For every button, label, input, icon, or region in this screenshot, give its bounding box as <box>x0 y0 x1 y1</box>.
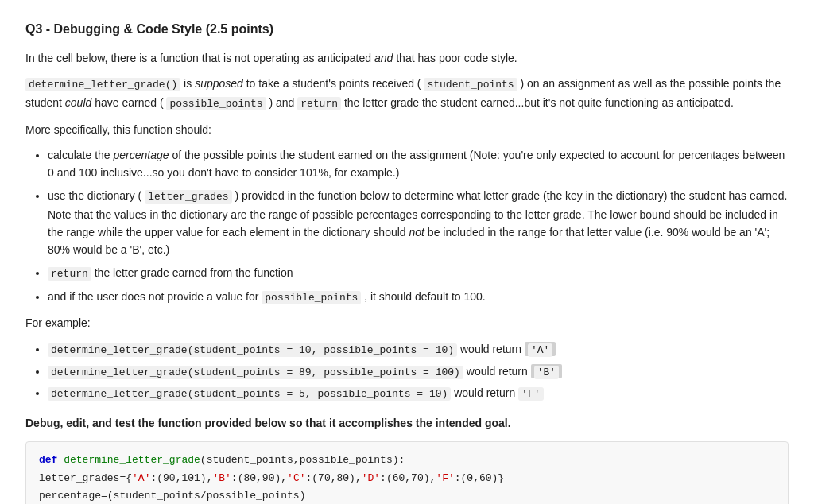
colon-d: :(60,70), <box>380 472 436 484</box>
example-1-result-code: 'A' <box>528 343 552 357</box>
intro-p2-end2: the letter grade the student earned...bu… <box>341 96 734 109</box>
feature-item-1: calculate the percentage of the possible… <box>48 146 789 182</box>
function-params: (student_points,possible_points): <box>200 454 405 466</box>
feature-4-after: , it should default to 100. <box>361 290 485 303</box>
code-line-1: def determine_letter_grade(student_point… <box>39 452 775 469</box>
example-1-code: determine_letter_grade(student_points = … <box>48 343 457 357</box>
determine-func-code: determine_letter_grade() <box>25 78 180 91</box>
feature-3-after: the letter grade earned from the functio… <box>91 266 293 279</box>
feature-1-italic: percentage <box>114 149 169 161</box>
intro-p2-italic2: could <box>65 96 91 109</box>
page-title: Q3 - Debugging & Code Style (2.5 points) <box>25 19 789 40</box>
code-line-2: letter_grades={'A':(90,101),'B':(80,90),… <box>39 470 775 487</box>
possible-points-code: possible_points <box>166 97 266 110</box>
example-3-code: determine_letter_grade(student_points = … <box>48 387 451 401</box>
intro-p1-italic: and <box>374 52 393 64</box>
intro-paragraph-2: determine_letter_grade() is supposed to … <box>25 75 789 113</box>
example-1-word: would return <box>457 343 525 355</box>
str-a: 'A' <box>132 472 150 484</box>
example-3-word: would return <box>451 386 518 399</box>
colon-c: :(70,80), <box>305 472 361 484</box>
percentage-line: percentage=(student_points/possible_poin… <box>39 490 305 502</box>
intro-p2-mid2: have earned ( <box>91 96 166 109</box>
intro-p2-mid3: ) and <box>266 96 298 109</box>
example-item-3: determine_letter_grade(student_points = … <box>48 384 789 403</box>
feature-1-before: calculate the <box>48 149 114 161</box>
more-specifically-label: More specifically, this function should: <box>25 121 789 138</box>
example-3-result-code: 'F' <box>518 387 543 401</box>
example-list: determine_letter_grade(student_points = … <box>48 340 789 403</box>
intro-p2-italic: supposed <box>195 77 243 90</box>
feature-item-4: and if the user does not provide a value… <box>48 288 789 307</box>
return-code-2: return <box>48 267 91 281</box>
str-b: 'B' <box>212 472 231 484</box>
example-2-result-code: 'B' <box>534 366 559 379</box>
colon-b: :(80,90), <box>231 472 287 484</box>
colon-a: :(90,101), <box>150 472 212 484</box>
for-example-label: For example: <box>25 314 789 331</box>
colon-f: :(0,60)} <box>455 472 504 484</box>
feature-list: calculate the percentage of the possible… <box>48 146 789 306</box>
return-code: return <box>297 97 341 110</box>
feature-2-before: use the dictionary ( <box>48 189 145 202</box>
example-2-word: would return <box>463 365 531 378</box>
feature-item-2: use the dictionary ( letter_grades ) pro… <box>48 187 789 259</box>
letter-grades-line: letter_grades={ <box>39 472 132 484</box>
example-2-result: 'B' <box>531 364 562 378</box>
feature-4-before: and if the user does not provide a value… <box>48 290 262 303</box>
def-keyword: def <box>39 454 57 466</box>
str-c: 'C' <box>287 472 305 484</box>
feature-2-not: not <box>409 226 424 238</box>
code-line-3: percentage=(student_points/possible_poin… <box>39 487 775 504</box>
intro-p2-end: to take a student's points received ( <box>243 77 424 90</box>
intro-p1-text: In the cell below, there is a function t… <box>25 52 374 64</box>
student-points-code: student_points <box>424 78 517 91</box>
debug-instruction: Debug, edit, and test the function provi… <box>25 414 789 432</box>
letter-grades-code: letter_grades <box>145 190 231 204</box>
example-item-2: determine_letter_grade(student_points = … <box>48 362 789 382</box>
intro-paragraph-1: In the cell below, there is a function t… <box>25 49 789 67</box>
feature-item-3: return the letter grade earned from the … <box>48 264 789 283</box>
example-1-result: 'A' <box>525 342 556 356</box>
str-f: 'F' <box>436 472 454 484</box>
code-block: def determine_letter_grade(student_point… <box>25 441 789 504</box>
example-2-code: determine_letter_grade(student_points = … <box>48 366 463 379</box>
possible-points-code-2: possible_points <box>262 291 361 304</box>
function-name: determine_letter_grade <box>57 454 200 466</box>
intro-p2-start: is <box>180 77 195 90</box>
str-d: 'D' <box>362 472 380 484</box>
intro-p1-end: that has poor code style. <box>393 52 517 64</box>
example-item-1: determine_letter_grade(student_points = … <box>48 340 789 359</box>
